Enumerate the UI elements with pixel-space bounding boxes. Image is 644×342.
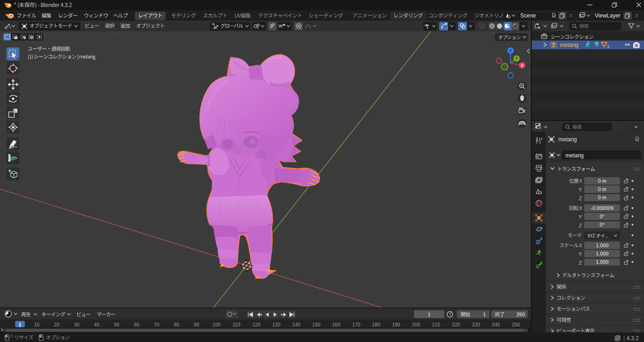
svg-text:Y: Y: [515, 56, 518, 61]
svg-text:Z: Z: [509, 48, 512, 53]
svg-text:X: X: [521, 63, 523, 68]
